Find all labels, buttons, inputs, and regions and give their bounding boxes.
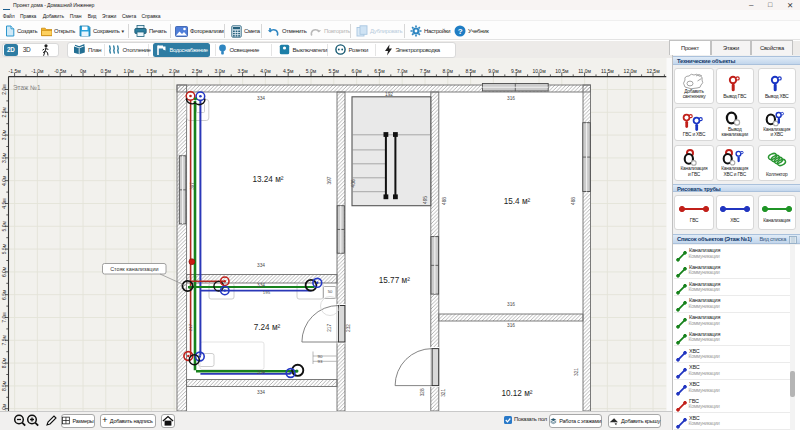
svg-text:3.0м: 3.0м: [215, 68, 226, 74]
svg-text:397: 397: [190, 182, 195, 190]
svg-text:Этаж №1: Этаж №1: [13, 84, 41, 91]
svg-text:6.5м: 6.5м: [1, 289, 7, 300]
svg-text:7.5м: 7.5м: [1, 335, 7, 346]
svg-text:192: 192: [385, 92, 393, 97]
svg-text:9.0м: 9.0м: [488, 68, 499, 74]
svg-text:3.0м: 3.0м: [1, 129, 7, 140]
svg-text:4.0м: 4.0м: [260, 68, 271, 74]
svg-text:0м: 0м: [80, 68, 87, 74]
svg-text:7.5м: 7.5м: [420, 68, 431, 74]
svg-text:334: 334: [257, 390, 265, 395]
svg-text:406: 406: [351, 179, 356, 187]
svg-text:488: 488: [571, 197, 576, 205]
svg-text:-1.0м: -1.0м: [31, 68, 44, 74]
svg-text:3.5м: 3.5м: [237, 68, 248, 74]
svg-text:4.5м: 4.5м: [283, 68, 294, 74]
svg-text:10.5м: 10.5м: [555, 68, 569, 74]
svg-text:217: 217: [188, 323, 193, 331]
svg-text:15.77 м²: 15.77 м²: [379, 276, 410, 285]
svg-text:Стояк канализации: Стояк канализации: [110, 266, 158, 272]
svg-text:9.5м: 9.5м: [511, 68, 522, 74]
svg-text:10.12 м²: 10.12 м²: [501, 389, 532, 398]
svg-text:90: 90: [318, 354, 323, 359]
svg-text:1.5м: 1.5м: [146, 68, 157, 74]
svg-text:11.5м: 11.5м: [601, 68, 614, 74]
svg-text:2.0м: 2.0м: [1, 84, 7, 95]
svg-text:13.24 м²: 13.24 м²: [252, 175, 283, 184]
svg-text:7.0м: 7.0м: [397, 68, 408, 74]
svg-text:316: 316: [507, 96, 515, 101]
svg-text:12.5м: 12.5м: [646, 68, 660, 74]
svg-text:93: 93: [318, 359, 323, 364]
svg-text:488: 488: [442, 197, 447, 205]
svg-text:5.0м: 5.0м: [1, 221, 7, 232]
svg-text:397: 397: [327, 176, 332, 184]
svg-text:8.5м: 8.5м: [1, 380, 7, 391]
svg-text:7.24 м²: 7.24 м²: [254, 323, 281, 332]
svg-text:-0.5м: -0.5м: [54, 68, 67, 74]
svg-text:5.5м: 5.5м: [329, 68, 340, 74]
svg-text:9.0м: 9.0м: [1, 403, 7, 411]
svg-text:3.5м: 3.5м: [1, 152, 7, 163]
svg-text:195: 195: [263, 290, 271, 295]
svg-text:334: 334: [257, 263, 265, 268]
svg-text:5.0м: 5.0м: [306, 68, 317, 74]
svg-text:11.0м: 11.0м: [578, 68, 591, 74]
svg-text:334: 334: [257, 283, 265, 288]
svg-text:7.0м: 7.0м: [1, 312, 7, 323]
svg-text:495: 495: [423, 196, 428, 204]
svg-text:6.0м: 6.0м: [1, 266, 7, 277]
svg-text:4.0м: 4.0м: [1, 175, 7, 186]
svg-text:321: 321: [574, 368, 579, 376]
svg-text:10.0м: 10.0м: [532, 68, 546, 74]
svg-text:2.0м: 2.0м: [169, 68, 180, 74]
svg-text:8.0м: 8.0м: [1, 357, 7, 368]
svg-text:12.0м: 12.0м: [624, 68, 638, 74]
svg-text:316: 316: [507, 302, 515, 307]
svg-text:6.0м: 6.0м: [351, 68, 362, 74]
svg-text:334: 334: [257, 370, 265, 375]
svg-text:6.5м: 6.5м: [374, 68, 385, 74]
svg-text:50: 50: [328, 289, 333, 294]
svg-text:232: 232: [346, 324, 351, 332]
svg-text:1.0м: 1.0м: [123, 68, 134, 74]
svg-text:-1.5м: -1.5м: [9, 68, 22, 74]
svg-text:5.5м: 5.5м: [1, 243, 7, 254]
svg-text:8.5м: 8.5м: [465, 68, 476, 74]
svg-text:0.5м: 0.5м: [101, 68, 112, 74]
svg-text:316: 316: [507, 323, 515, 328]
svg-text:321: 321: [441, 388, 446, 396]
svg-text:8.0м: 8.0м: [443, 68, 454, 74]
svg-text:217: 217: [327, 323, 332, 331]
svg-text:2.5м: 2.5м: [192, 68, 203, 74]
svg-text:15.4 м²: 15.4 м²: [504, 197, 531, 206]
svg-text:2.5м: 2.5м: [1, 107, 7, 118]
svg-text:4.5м: 4.5м: [1, 198, 7, 209]
svg-text:?: ?: [458, 27, 463, 36]
svg-text:334: 334: [257, 96, 265, 101]
svg-text:328: 328: [420, 388, 425, 396]
